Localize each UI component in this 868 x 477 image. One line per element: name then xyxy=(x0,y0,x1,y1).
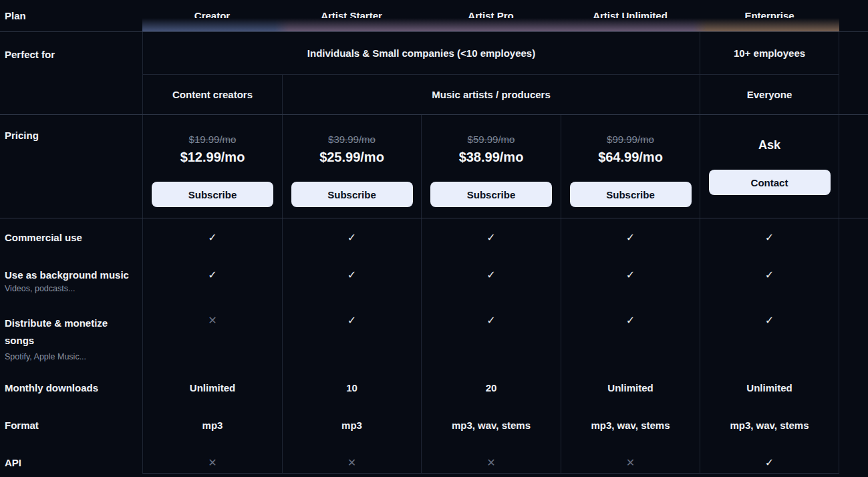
cross-icon: ✕ xyxy=(486,456,495,469)
feature-row-monthly-downloads: Monthly downloads Unlimited 10 20 Unlimi… xyxy=(0,363,868,407)
feature-value: 10 xyxy=(282,363,421,407)
feature-value: Unlimited xyxy=(142,363,282,407)
subscribe-button-artist-unlimited[interactable]: Subscribe xyxy=(570,182,692,207)
pricing-label: Pricing xyxy=(0,115,142,218)
current-price: $38.99/mo xyxy=(422,148,561,166)
pricing-cell-artist-starter: $39.99/mo $25.99/mo Subscribe xyxy=(282,115,421,218)
pricing-section: Pricing $19.99/mo $12.99/mo Subscribe $3… xyxy=(0,115,868,218)
check-icon: ✓ xyxy=(347,314,356,327)
pricing-cell-artist-unlimited: $99.99/mo $64.99/mo Subscribe xyxy=(561,115,700,218)
pricing-cell-artist-pro: $59.99/mo $38.99/mo Subscribe xyxy=(421,115,561,218)
feature-row-api: API ✕ ✕ ✕ ✕ ✓ xyxy=(0,444,868,474)
subscribe-button-creator[interactable]: Subscribe xyxy=(152,182,273,207)
feature-value: mp3 xyxy=(142,407,282,444)
audience-enterprise-cell: 10+ employees xyxy=(700,32,839,75)
check-icon: ✓ xyxy=(208,231,216,244)
perfect-for-section: Perfect for Individuals & Small companie… xyxy=(0,32,868,115)
check-icon: ✓ xyxy=(486,231,495,244)
feature-row-distribute-monetize: Distribute & monetize songs Spotify, App… xyxy=(0,304,868,363)
check-icon: ✓ xyxy=(765,314,774,327)
old-price: $39.99/mo xyxy=(283,134,421,146)
current-price: $25.99/mo xyxy=(283,148,421,166)
table-header: Plan Creator Artist Starter Artist Pro A… xyxy=(0,0,868,32)
feature-value: Unlimited xyxy=(700,363,839,407)
check-icon: ✓ xyxy=(765,231,774,244)
current-price: Ask xyxy=(700,136,839,154)
check-icon: ✓ xyxy=(347,231,356,244)
feature-value: 20 xyxy=(421,363,561,407)
check-icon: ✓ xyxy=(486,314,495,327)
feature-value: mp3, wav, stems xyxy=(561,407,700,444)
perfect-for-label: Perfect for xyxy=(0,32,142,75)
feature-row-format: Format mp3 mp3 mp3, wav, stems mp3, wav,… xyxy=(0,407,868,444)
table-bottom-border xyxy=(142,473,839,474)
users-content-creators-cell: Content creators xyxy=(142,75,282,114)
cross-icon: ✕ xyxy=(208,314,216,327)
audience-individuals-cell: Individuals & Small companies (<10 emplo… xyxy=(142,32,700,75)
users-everyone-cell: Everyone xyxy=(700,75,839,114)
feature-label: Use as background music xyxy=(5,269,130,281)
current-price: $64.99/mo xyxy=(561,148,700,166)
feature-value: mp3 xyxy=(282,407,421,444)
contact-button-enterprise[interactable]: Contact xyxy=(709,170,831,195)
feature-row-background-music: Use as background music Videos, podcasts… xyxy=(0,257,868,304)
feature-value: mp3, wav, stems xyxy=(421,407,561,444)
check-icon: ✓ xyxy=(765,269,774,281)
check-icon: ✓ xyxy=(626,269,635,281)
subscribe-button-artist-pro[interactable]: Subscribe xyxy=(430,182,552,207)
check-icon: ✓ xyxy=(208,269,216,281)
feature-row-commercial-use: Commercial use ✓ ✓ ✓ ✓ ✓ xyxy=(0,218,868,257)
feature-label: Distribute & monetize songs xyxy=(5,315,130,349)
cross-icon: ✕ xyxy=(347,456,356,469)
plan-accent-gradient-bar xyxy=(142,18,839,31)
check-icon: ✓ xyxy=(347,269,356,281)
feature-value: Unlimited xyxy=(561,363,700,407)
check-icon: ✓ xyxy=(626,231,635,244)
subscribe-button-artist-starter[interactable]: Subscribe xyxy=(291,182,413,207)
old-price: $19.99/mo xyxy=(143,134,282,146)
feature-sublabel: Videos, podcasts... xyxy=(5,284,130,294)
corner-label: Plan xyxy=(0,0,142,31)
pricing-cell-creator: $19.99/mo $12.99/mo Subscribe xyxy=(142,115,282,218)
feature-label: Commercial use xyxy=(5,232,130,244)
check-icon: ✓ xyxy=(486,269,495,281)
feature-sublabel: Spotify, Apple Music... xyxy=(5,352,130,362)
current-price: $12.99/mo xyxy=(143,148,282,166)
users-music-artists-cell: Music artists / producers xyxy=(282,75,700,114)
pricing-comparison-table: Plan Creator Artist Starter Artist Pro A… xyxy=(0,0,868,477)
feature-label: API xyxy=(5,457,130,469)
check-icon: ✓ xyxy=(765,456,774,469)
check-icon: ✓ xyxy=(626,314,635,327)
feature-value: mp3, wav, stems xyxy=(700,407,839,444)
cross-icon: ✕ xyxy=(626,456,635,469)
old-price: $99.99/mo xyxy=(561,134,700,146)
cross-icon: ✕ xyxy=(208,456,216,469)
pricing-cell-enterprise: Ask Contact xyxy=(700,115,839,218)
feature-label: Format xyxy=(5,420,130,432)
features-section: Commercial use ✓ ✓ ✓ ✓ ✓ Use as backgrou… xyxy=(0,218,868,476)
feature-label: Monthly downloads xyxy=(5,382,130,394)
old-price: $59.99/mo xyxy=(422,134,561,146)
